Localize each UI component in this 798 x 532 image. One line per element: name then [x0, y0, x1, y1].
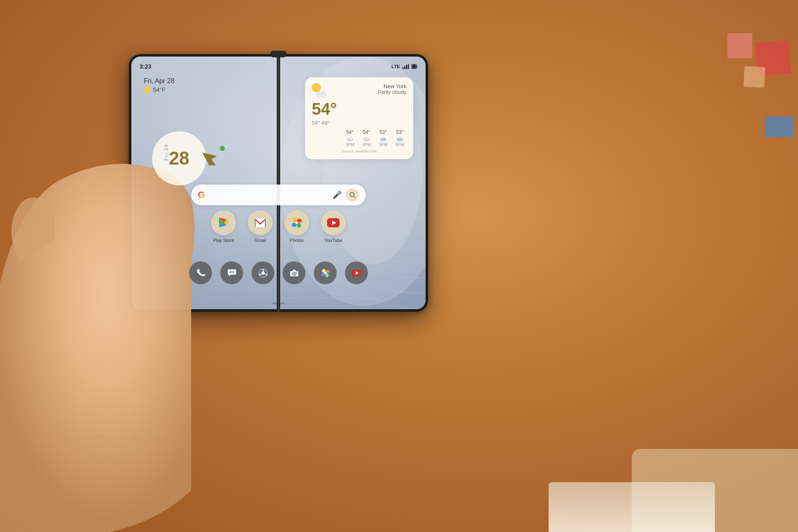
weather-hi: 54° [312, 120, 320, 126]
forecast-icons-row [312, 136, 406, 141]
battery-icon [411, 64, 417, 69]
gmail-icon [254, 218, 266, 228]
dock-row [189, 261, 368, 284]
play-store-icon-circle[interactable] [211, 210, 236, 235]
svg-line-39 [265, 274, 267, 275]
dock-messages[interactable] [220, 261, 243, 284]
svg-point-27 [296, 222, 298, 224]
forecast-temp-3: 53° [377, 129, 390, 135]
weather-widget[interactable]: New York Partly cloudy 54° 54° 49° 54° [305, 77, 413, 159]
svg-rect-5 [406, 65, 407, 69]
status-bar: 3:23 LTE [140, 62, 417, 71]
svg-line-22 [400, 140, 400, 141]
gmail-icon-circle[interactable] [248, 210, 273, 235]
location-name: New York [378, 83, 406, 89]
bg-paper-orange [727, 33, 752, 58]
youtube-icon-circle[interactable] [321, 210, 346, 235]
sun-icon [144, 86, 150, 93]
svg-rect-26 [265, 219, 266, 227]
signal-bars-icon [402, 64, 409, 69]
forecast-temp-1: 54° [343, 129, 357, 135]
app-photos[interactable]: Photos [284, 210, 309, 243]
dock-youtube[interactable] [345, 261, 368, 284]
weather-temp-main: 54° [312, 100, 406, 118]
forecast-times-row: 3PM 4PM 5PM 6PM [312, 143, 406, 147]
app-icons-row: Play Store Gmail [211, 210, 346, 243]
search-mic-icon[interactable]: 🎤 [332, 190, 342, 200]
forecast-temp-4: 53° [393, 129, 406, 135]
forecast-time-1: 3PM [343, 143, 357, 147]
svg-line-38 [259, 274, 261, 275]
photos-dock-icon [320, 268, 330, 278]
svg-line-21 [398, 140, 399, 141]
youtube-icon [327, 218, 340, 227]
play-store-icon [217, 217, 230, 229]
cloud-shape [316, 91, 327, 97]
lens-icon [349, 192, 356, 198]
forecast-time-2: 4PM [360, 143, 373, 147]
forecast-item-2: 54° [360, 129, 373, 135]
photos-label: Photos [290, 238, 304, 243]
svg-rect-8 [417, 66, 418, 67]
calendar-day-label: Fri 28 [164, 144, 169, 160]
svg-point-44 [324, 272, 326, 274]
sun-circle [312, 83, 321, 92]
forecast-time-3: 5PM [377, 143, 390, 147]
signal-lte: LTE [392, 64, 400, 69]
svg-point-43 [296, 271, 297, 272]
app-youtube[interactable]: YouTube [321, 210, 346, 243]
dock-chrome[interactable] [251, 261, 274, 284]
phone-icon [196, 268, 205, 278]
forecast-icon-1 [343, 136, 357, 141]
forecast-icon-2 [360, 136, 373, 141]
svg-rect-25 [255, 219, 256, 227]
temp-value: 54°F [153, 86, 165, 93]
gmail-label: Gmail [254, 238, 266, 243]
forecast-item-4: 53° [393, 129, 406, 135]
search-bar[interactable]: G 🎤 [191, 185, 366, 205]
app-gmail[interactable]: Gmail [248, 210, 273, 243]
svg-point-42 [293, 273, 295, 275]
cursor-icon [198, 144, 223, 169]
date-label: Fri, Apr 28 [144, 77, 175, 85]
forecast-icon-3 [377, 136, 390, 141]
temp-label: 54°F [144, 86, 175, 93]
weather-hi-lo: 54° 49° [312, 120, 406, 126]
svg-point-15 [365, 137, 369, 140]
dock-photos[interactable] [314, 261, 337, 284]
svg-point-12 [349, 137, 353, 140]
photos-icon [290, 216, 303, 229]
fold-hinge [270, 51, 287, 57]
svg-point-33 [231, 271, 232, 273]
svg-line-23 [401, 140, 402, 141]
svg-line-17 [382, 140, 382, 141]
svg-rect-3 [402, 67, 404, 69]
svg-point-34 [233, 271, 234, 273]
weather-condition: Partly cloudy [378, 89, 406, 95]
dock-camera[interactable] [283, 261, 305, 284]
photos-icon-circle[interactable] [284, 210, 309, 235]
search-lens-button[interactable] [346, 188, 359, 202]
hand [0, 116, 291, 532]
svg-rect-9 [412, 65, 416, 68]
play-store-label: Play Store [213, 238, 234, 243]
forecast-item-3: 53° [377, 129, 390, 135]
svg-point-32 [229, 271, 231, 273]
bg-paper-blue [765, 116, 794, 137]
dock-phone[interactable] [189, 261, 212, 284]
arrow-widget [198, 144, 223, 170]
youtube-label: YouTube [324, 238, 342, 243]
app-play-store[interactable]: Play Store [211, 210, 236, 243]
status-time: 3:23 [140, 63, 151, 70]
svg-line-19 [385, 140, 385, 141]
camera-icon [290, 269, 299, 277]
calendar-date-number: 28 [169, 149, 190, 167]
forecast-temps-row: 54° 54° 53° 53° [312, 129, 406, 135]
green-dot-indicator [220, 146, 225, 151]
forecast-icon-4 [393, 136, 406, 141]
forecast-temp-2: 54° [360, 129, 373, 135]
weather-icon [312, 83, 327, 98]
svg-rect-4 [404, 66, 406, 69]
svg-point-31 [350, 193, 352, 195]
weather-location: New York Partly cloudy [378, 83, 406, 95]
